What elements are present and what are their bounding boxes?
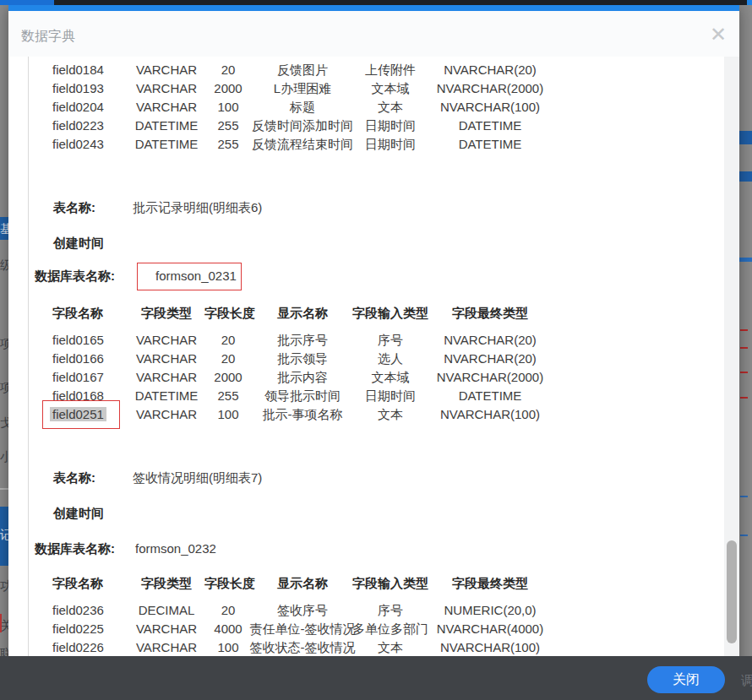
table-cell: NVARCHAR(100) <box>421 99 559 116</box>
table-cell: NVARCHAR(20) <box>421 332 559 349</box>
table-cell: NVARCHAR(2000) <box>421 369 559 386</box>
top-bar-blue-segment-right <box>747 0 752 5</box>
table-cell: field0204 <box>52 99 104 116</box>
db-table-name-value: formson_0232 <box>135 540 216 557</box>
table-cell: NVARCHAR(20) <box>421 350 559 367</box>
column-header: 显示名称 <box>243 575 362 592</box>
table-cell: 批示-事项名称 <box>243 406 362 423</box>
table-cell: VARCHAR <box>128 332 204 349</box>
table-cell: VARCHAR <box>128 369 204 386</box>
table-cell: 反馈流程结束时间 <box>243 136 362 153</box>
red-highlight-box-db-name <box>137 263 242 290</box>
column-header-row: 字段名称字段类型字段长度显示名称字段输入类型字段最终类型 <box>0 305 727 322</box>
field-row: field0243DATETIME255反馈流程结束时间日期时间DATETIME <box>0 136 727 153</box>
table-cell: DATETIME <box>421 388 559 404</box>
field-row: field0226VARCHAR100签收状态-签收情况文本NVARCHAR(1… <box>0 639 727 656</box>
table-cell: 领导批示时间 <box>243 388 362 404</box>
table-cell: field0193 <box>52 80 104 97</box>
table-cell: VARCHAR <box>128 80 204 97</box>
table-cell: NUMERIC(20,0) <box>421 602 559 619</box>
column-header: 字段类型 <box>128 575 204 592</box>
field-row: field0165VARCHAR20批示序号序号NVARCHAR(20) <box>0 332 727 349</box>
page-top-bar <box>0 0 752 5</box>
table-cell: 反馈图片 <box>243 62 362 79</box>
db-table-name-label: 数据库表名称: <box>35 268 115 285</box>
table-cell: NVARCHAR(4000) <box>421 621 559 638</box>
table-name-value: 签收情况明细(明细表7) <box>133 469 262 486</box>
table-name-value: 批示记录明细(明细表6) <box>133 199 262 216</box>
table-cell: 标题 <box>243 99 362 116</box>
field-row: field0184VARCHAR20反馈图片上传附件NVARCHAR(20) <box>0 62 727 79</box>
table-cell: L办理困难 <box>243 80 362 97</box>
column-header: 字段最终类型 <box>421 575 559 592</box>
table-cell: field0166 <box>52 350 104 367</box>
table-cell: VARCHAR <box>128 406 204 423</box>
table-cell: 签收状态-签收情况 <box>243 639 362 656</box>
table-cell: VARCHAR <box>128 639 204 656</box>
background-fragment: 调 <box>741 673 752 689</box>
column-header-row: 字段名称字段类型字段长度显示名称字段输入类型字段最终类型 <box>0 575 727 592</box>
field-row: field0167VARCHAR2000批示内容文本域NVARCHAR(2000… <box>0 369 727 386</box>
db-table-name-label: 数据库表名称: <box>35 540 115 557</box>
table-cell: VARCHAR <box>128 621 204 638</box>
table-cell: field0167 <box>52 369 104 386</box>
table-cell: DATETIME <box>421 136 559 153</box>
field-row: field0223DATETIME255反馈时间添加时间日期时间DATETIME <box>0 117 727 134</box>
created-time-label: 创建时间 <box>53 505 104 522</box>
field-row: field0236DECIMAL20签收序号序号NUMERIC(20,0) <box>0 602 727 619</box>
table-cell: NVARCHAR(100) <box>421 406 559 423</box>
table-cell: field0243 <box>52 136 104 153</box>
column-header: 显示名称 <box>243 305 362 322</box>
table-cell: VARCHAR <box>128 62 204 79</box>
table-cell: 反馈时间添加时间 <box>243 117 362 134</box>
column-header: 字段最终类型 <box>421 305 559 322</box>
field-row: field0204VARCHAR100标题文本NVARCHAR(100) <box>0 99 727 116</box>
table-cell: NVARCHAR(2000) <box>421 80 559 97</box>
table-cell: 批示内容 <box>243 369 362 386</box>
table-cell: field0226 <box>52 639 104 656</box>
created-time-label: 创建时间 <box>53 235 104 252</box>
table-cell: field0165 <box>52 332 104 349</box>
dictionary-content: 表名称: 批示记录明细(明细表6) 创建时间 数据库表名称: formson_0… <box>0 0 752 700</box>
table-cell: DATETIME <box>128 117 204 134</box>
table-cell: DATETIME <box>421 117 559 134</box>
column-header: 字段名称 <box>52 575 103 592</box>
table-name-label: 表名称: <box>53 199 95 216</box>
table-cell: NVARCHAR(100) <box>421 639 559 656</box>
table-cell: DATETIME <box>128 388 204 404</box>
modal-footer: 关闭 调 <box>0 656 752 700</box>
table-cell: 签收序号 <box>243 602 362 619</box>
field-row: field0166VARCHAR20批示领导选人NVARCHAR(20) <box>0 350 727 367</box>
table-cell: field0225 <box>52 621 104 638</box>
table-name-label: 表名称: <box>53 469 95 486</box>
table-cell: field0236 <box>52 602 104 619</box>
table-cell: VARCHAR <box>128 99 204 116</box>
table-cell: VARCHAR <box>128 350 204 367</box>
table-cell: field0184 <box>52 62 104 79</box>
top-bar-blue-segment <box>0 0 54 5</box>
table-cell: NVARCHAR(20) <box>421 62 559 79</box>
table-cell: 责任单位-签收情况 <box>243 621 362 638</box>
column-header: 字段类型 <box>128 305 204 322</box>
table-cell: field0223 <box>52 117 104 134</box>
column-header: 字段名称 <box>52 305 103 322</box>
field-row: field0225VARCHAR4000责任单位-签收情况多单位多部门NVARC… <box>0 621 727 638</box>
table-cell: DATETIME <box>128 136 204 153</box>
table-cell: DECIMAL <box>128 602 204 619</box>
table-cell: 批示序号 <box>243 332 362 349</box>
field-row: field0193VARCHAR2000L办理困难文本域NVARCHAR(200… <box>0 80 727 97</box>
red-highlight-box-field <box>42 400 120 429</box>
table-cell: 批示领导 <box>243 350 362 367</box>
close-button[interactable]: 关闭 <box>647 666 725 693</box>
